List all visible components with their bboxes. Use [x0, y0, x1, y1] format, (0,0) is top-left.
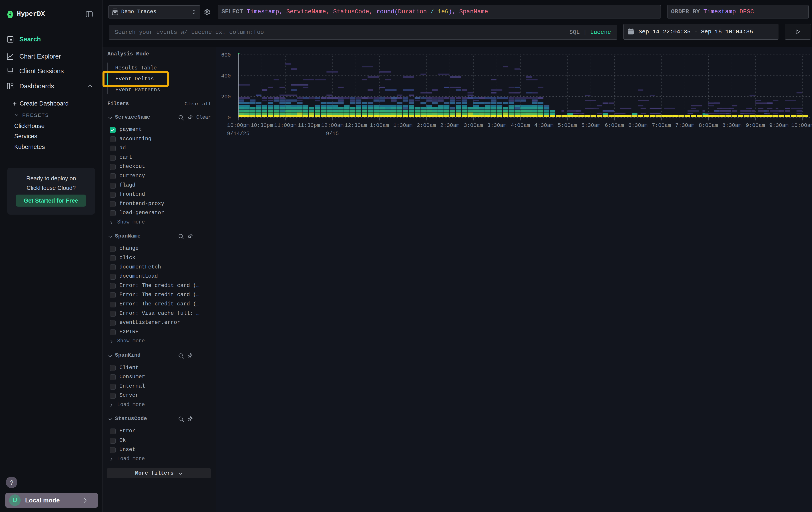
svg-text:1:00am: 1:00am — [370, 123, 389, 129]
svg-text:9/14/25: 9/14/25 — [227, 131, 250, 137]
svg-text:5:30am: 5:30am — [581, 123, 600, 129]
svg-text:9:30am: 9:30am — [769, 123, 788, 129]
svg-text:9:00am: 9:00am — [746, 123, 765, 129]
svg-text:7:00am: 7:00am — [652, 123, 671, 129]
svg-text:1:30am: 1:30am — [393, 123, 412, 129]
svg-text:9/15: 9/15 — [326, 131, 339, 137]
svg-text:3:30am: 3:30am — [487, 123, 506, 129]
svg-text:8:30am: 8:30am — [722, 123, 741, 129]
svg-text:2:00am: 2:00am — [417, 123, 436, 129]
svg-text:6:00am: 6:00am — [605, 123, 624, 129]
svg-text:11:30pm: 11:30pm — [298, 123, 320, 129]
svg-text:7:30am: 7:30am — [675, 123, 694, 129]
svg-text:400: 400 — [221, 73, 231, 79]
svg-text:200: 200 — [221, 94, 231, 100]
svg-text:11:00pm: 11:00pm — [274, 123, 297, 129]
svg-text:8:00am: 8:00am — [699, 123, 718, 129]
svg-text:4:30am: 4:30am — [534, 123, 553, 129]
svg-text:4:00am: 4:00am — [511, 123, 530, 129]
svg-text:5:00am: 5:00am — [558, 123, 577, 129]
svg-text:12:00am: 12:00am — [321, 123, 344, 129]
svg-text:10:00am: 10:00am — [791, 123, 812, 129]
svg-text:3:00am: 3:00am — [464, 123, 483, 129]
svg-text:10:30pm: 10:30pm — [251, 123, 273, 129]
svg-text:6:30am: 6:30am — [628, 123, 647, 129]
svg-text:0: 0 — [228, 115, 231, 121]
svg-text:2:30am: 2:30am — [440, 123, 459, 129]
svg-text:600: 600 — [221, 52, 231, 58]
svg-text:12:30am: 12:30am — [345, 123, 367, 129]
svg-text:10:00pm: 10:00pm — [227, 123, 250, 129]
